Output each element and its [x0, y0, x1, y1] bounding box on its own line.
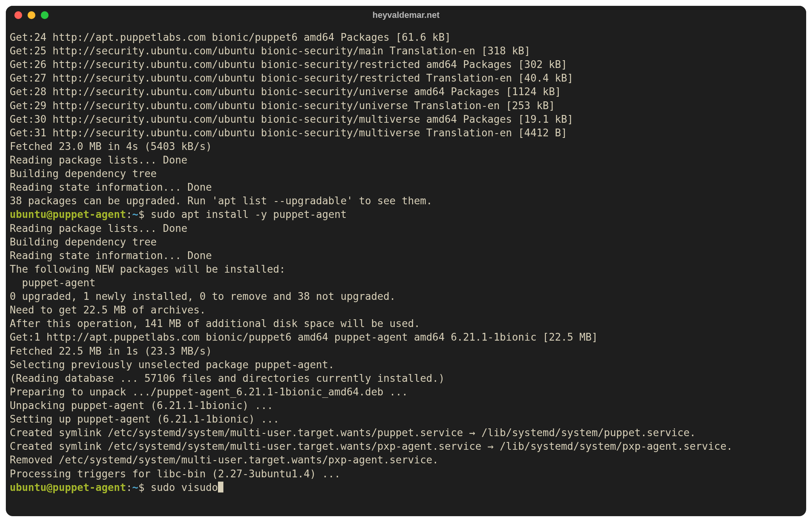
terminal-prompt-line: ubuntu@puppet-agent:~$ sudo apt install … [10, 208, 802, 221]
terminal-output-line: Need to get 22.5 MB of archives. [10, 303, 802, 317]
terminal-output-text: puppet-agent [10, 277, 96, 289]
terminal-output-text: Setting up puppet-agent (6.21.1-1bionic)… [10, 413, 279, 425]
prompt-symbol: $ [138, 209, 145, 220]
terminal-output-text: 0 upgraded, 1 newly installed, 0 to remo… [10, 291, 396, 302]
prompt-separator: : [126, 209, 132, 220]
cursor-icon [218, 482, 223, 492]
terminal-output-line: Get:28 http://security.ubuntu.com/ubuntu… [10, 85, 802, 99]
terminal-output-line: Unpacking puppet-agent (6.21.1-1bionic) … [10, 399, 802, 412]
terminal-output-line: Reading package lists... Done [10, 153, 802, 167]
terminal-output-line: Created symlink /etc/systemd/system/mult… [10, 440, 802, 453]
terminal-output-text: Reading package lists... Done [10, 223, 187, 234]
terminal-output-text: After this operation, 141 MB of addition… [10, 318, 420, 329]
prompt-user-host: ubuntu@puppet-agent [10, 209, 126, 220]
terminal-output-text: Removed /etc/systemd/system/multi-user.t… [10, 454, 439, 466]
traffic-lights [14, 11, 49, 19]
prompt-command: sudo visudo [151, 482, 218, 493]
prompt-user-host: ubuntu@puppet-agent [10, 482, 126, 493]
terminal-output-line: Building dependency tree [10, 235, 802, 249]
terminal-output-line: Processing triggers for libc-bin (2.27-3… [10, 467, 802, 481]
terminal-output-line: Fetched 23.0 MB in 4s (5403 kB/s) [10, 140, 802, 153]
terminal-output-line: Removed /etc/systemd/system/multi-user.t… [10, 453, 802, 467]
terminal-output-line: Get:24 http://apt.puppetlabs.com bionic/… [10, 31, 802, 44]
terminal-output-text: Get:28 http://security.ubuntu.com/ubuntu… [10, 86, 561, 97]
terminal-prompt-line: ubuntu@puppet-agent:~$ sudo visudo [10, 481, 802, 494]
terminal-output-line: Fetched 22.5 MB in 1s (23.3 MB/s) [10, 345, 802, 358]
terminal-output-line: Building dependency tree [10, 167, 802, 181]
terminal-output-text: Get:24 http://apt.puppetlabs.com bionic/… [10, 31, 451, 43]
terminal-body[interactable]: Get:24 http://apt.puppetlabs.com bionic/… [6, 24, 806, 516]
prompt-command: sudo apt install -y puppet-agent [151, 209, 347, 220]
terminal-output-line: Reading state information... Done [10, 181, 802, 194]
terminal-output-text: (Reading database ... 57106 files and di… [10, 372, 444, 384]
minimize-icon[interactable] [28, 11, 35, 19]
terminal-output-line: Created symlink /etc/systemd/system/mult… [10, 426, 802, 440]
terminal-window: heyvaldemar.net Get:24 http://apt.puppet… [6, 6, 806, 516]
terminal-output-line: 38 packages can be upgraded. Run 'apt li… [10, 194, 802, 208]
terminal-output-text: Created symlink /etc/systemd/system/mult… [10, 440, 732, 452]
terminal-output-line: 0 upgraded, 1 newly installed, 0 to remo… [10, 290, 802, 303]
prompt-path: ~ [132, 482, 138, 493]
terminal-output-text: Preparing to unpack .../puppet-agent_6.2… [10, 386, 408, 398]
terminal-output-text: Building dependency tree [10, 236, 157, 248]
terminal-output-text: 38 packages can be upgraded. Run 'apt li… [10, 195, 432, 207]
terminal-output-line: Get:29 http://security.ubuntu.com/ubuntu… [10, 99, 802, 113]
terminal-output-text: Selecting previously unselected package … [10, 359, 335, 371]
terminal-output-line: Selecting previously unselected package … [10, 358, 802, 372]
terminal-output-line: Reading package lists... Done [10, 222, 802, 235]
terminal-output-text: Get:30 http://security.ubuntu.com/ubuntu… [10, 113, 573, 125]
terminal-output-text: Get:25 http://security.ubuntu.com/ubuntu… [10, 45, 530, 57]
terminal-output-line: The following NEW packages will be insta… [10, 263, 802, 276]
terminal-output-line: Setting up puppet-agent (6.21.1-1bionic)… [10, 412, 802, 426]
terminal-output-text: Get:26 http://security.ubuntu.com/ubuntu… [10, 59, 567, 70]
terminal-output-line: Get:31 http://security.ubuntu.com/ubuntu… [10, 126, 802, 140]
terminal-output-line: Get:30 http://security.ubuntu.com/ubuntu… [10, 113, 802, 126]
terminal-output-text: Fetched 22.5 MB in 1s (23.3 MB/s) [10, 345, 212, 357]
terminal-output-line: puppet-agent [10, 276, 802, 290]
prompt-symbol: $ [138, 482, 145, 493]
terminal-output-line: After this operation, 141 MB of addition… [10, 317, 802, 331]
close-icon[interactable] [14, 11, 22, 19]
terminal-output-text: The following NEW packages will be insta… [10, 263, 285, 275]
terminal-output-text: Get:31 http://security.ubuntu.com/ubuntu… [10, 127, 567, 139]
terminal-output-text: Reading package lists... Done [10, 154, 187, 166]
terminal-output-line: Get:27 http://security.ubuntu.com/ubuntu… [10, 71, 802, 85]
terminal-output-text: Unpacking puppet-agent (6.21.1-1bionic) … [10, 400, 273, 411]
terminal-output-line: Preparing to unpack .../puppet-agent_6.2… [10, 385, 802, 399]
terminal-output-text: Processing triggers for libc-bin (2.27-3… [10, 468, 340, 480]
terminal-output-text: Get:29 http://security.ubuntu.com/ubuntu… [10, 100, 555, 111]
terminal-output-text: Get:1 http://apt.puppetlabs.com bionic/p… [10, 331, 598, 343]
terminal-output-text: Reading state information... Done [10, 250, 212, 261]
terminal-output-text: Created symlink /etc/systemd/system/mult… [10, 427, 696, 438]
zoom-icon[interactable] [41, 11, 49, 19]
prompt-path: ~ [132, 209, 138, 220]
terminal-output-text: Reading state information... Done [10, 181, 212, 193]
terminal-output-text: Fetched 23.0 MB in 4s (5403 kB/s) [10, 141, 212, 152]
prompt-separator: : [126, 482, 132, 493]
terminal-output-line: Get:25 http://security.ubuntu.com/ubuntu… [10, 44, 802, 58]
terminal-output-line: (Reading database ... 57106 files and di… [10, 372, 802, 385]
title-bar: heyvaldemar.net [6, 6, 806, 24]
terminal-output-text: Need to get 22.5 MB of archives. [10, 304, 206, 316]
terminal-output-text: Get:27 http://security.ubuntu.com/ubuntu… [10, 72, 573, 84]
window-title: heyvaldemar.net [6, 10, 806, 20]
terminal-output-line: Reading state information... Done [10, 249, 802, 263]
terminal-output-text: Building dependency tree [10, 168, 157, 179]
terminal-output-line: Get:26 http://security.ubuntu.com/ubuntu… [10, 58, 802, 71]
terminal-output-line: Get:1 http://apt.puppetlabs.com bionic/p… [10, 331, 802, 344]
